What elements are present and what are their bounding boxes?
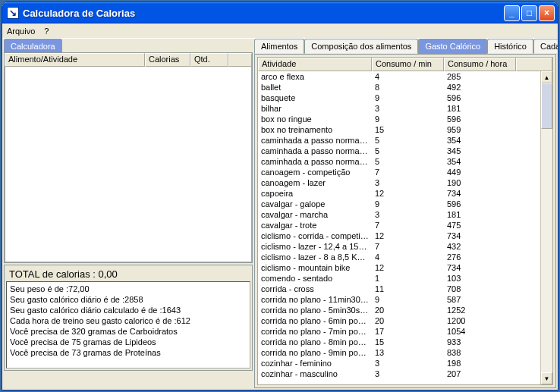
table-row[interactable]: ballet8492 xyxy=(258,82,540,93)
info-line: Seu gasto calórico diário calculado é de… xyxy=(10,305,247,315)
col-calorias[interactable]: Calorias xyxy=(145,53,190,67)
cell-consumo-hora: 475 xyxy=(444,220,516,230)
table-row[interactable]: corrida no plano - 11min30s ...9587 xyxy=(258,294,540,305)
info-box[interactable]: Seu peso é de :72,00 Seu gasto calórico … xyxy=(6,281,250,368)
table-row[interactable]: corrida - cross11708 xyxy=(258,284,540,294)
cell-atividade: basquete xyxy=(258,93,372,103)
table-row[interactable]: corrida no plano - 8min por 1...15933 xyxy=(258,337,540,347)
scroll-track[interactable] xyxy=(541,83,552,372)
cell-atividade: canoagem - lazer xyxy=(258,177,372,188)
cell-atividade: corrida no plano - 9min por 1... xyxy=(258,347,372,358)
col-pad xyxy=(516,58,552,71)
cell-atividade: caminhada a passo normal (... xyxy=(258,135,372,146)
cell-consumo-min: 7 xyxy=(372,167,444,177)
table-row[interactable]: cavalgar - marcha3181 xyxy=(258,209,540,220)
right-panel: Atividade Consumo / min Consumo / hora a… xyxy=(254,54,556,388)
col-atividade[interactable]: Atividade xyxy=(258,58,372,71)
calc-grid-body[interactable] xyxy=(5,67,252,262)
scroll-up-button[interactable]: ▲ xyxy=(541,71,552,83)
content-area: Calculadora Alimento/Atividade Calorias … xyxy=(2,39,558,390)
table-row[interactable]: caminhada a passo normal (...5354 xyxy=(258,135,540,146)
cell-atividade: ciclismo - mountain bike xyxy=(258,262,372,273)
cell-consumo-hora: 181 xyxy=(444,209,516,220)
table-row[interactable]: cavalgar - galope9596 xyxy=(258,199,540,209)
cell-consumo-min: 4 xyxy=(372,71,444,82)
table-row[interactable]: cavalgar - trote7475 xyxy=(258,220,540,230)
table-row[interactable]: ciclismo - lazer - 12,4 a 15 K...7432 xyxy=(258,241,540,252)
table-row[interactable]: bilhar3181 xyxy=(258,103,540,114)
cell-consumo-min: 8 xyxy=(372,82,444,93)
cell-consumo-min: 9 xyxy=(372,294,444,305)
table-row[interactable]: caminhada a passo normal (...5354 xyxy=(258,156,540,167)
cell-consumo-min: 5 xyxy=(372,135,444,146)
cell-consumo-min: 20 xyxy=(372,315,444,326)
table-row[interactable]: ciclismo - corrida - competição12734 xyxy=(258,230,540,241)
tab-gasto-cal-rico[interactable]: Gasto Calórico xyxy=(418,39,487,54)
cell-consumo-min: 12 xyxy=(372,262,444,273)
cell-consumo-min: 9 xyxy=(372,114,444,124)
info-line: Você precisa de 75 gramas de Lipideos xyxy=(10,337,247,347)
cell-atividade: cozinhar - masculino xyxy=(258,368,372,379)
table-row[interactable]: canoagem - lazer3190 xyxy=(258,177,540,188)
cell-consumo-min: 3 xyxy=(372,177,444,188)
table-row[interactable]: comendo - sentado1103 xyxy=(258,273,540,284)
table-row[interactable]: corrida no plano - 6min por 1...201200 xyxy=(258,315,540,326)
vertical-scrollbar[interactable]: ▲ ▼ xyxy=(540,71,552,384)
table-row[interactable]: ciclismo - mountain bike12734 xyxy=(258,262,540,273)
activity-grid: Atividade Consumo / min Consumo / hora a… xyxy=(257,57,553,385)
tab-hist-rico[interactable]: Histórico xyxy=(487,39,533,54)
cell-consumo-hora: 1252 xyxy=(444,305,516,315)
minimize-button[interactable]: _ xyxy=(504,5,520,21)
scroll-down-button[interactable]: ▼ xyxy=(541,372,552,384)
titlebar[interactable]: ↘ Calculadora de Calorias _ □ × xyxy=(2,2,558,24)
table-row[interactable]: corrida no plano - 9min por 1...13838 xyxy=(258,347,540,358)
cell-atividade: cozinhar - feminino xyxy=(258,358,372,368)
tab-cadastr[interactable]: Cadastr xyxy=(533,39,558,54)
cell-consumo-hora: 587 xyxy=(444,294,516,305)
cell-atividade: comendo - sentado xyxy=(258,273,372,284)
table-row[interactable]: corrida no plano - 7min por 1...171054 xyxy=(258,326,540,337)
calc-grid: Alimento/Atividade Calorias Qtd. xyxy=(4,52,253,263)
col-alimento[interactable]: Alimento/Atividade xyxy=(5,53,145,67)
col-consumo-min[interactable]: Consumo / min xyxy=(372,58,444,71)
table-row[interactable]: ciclismo - lazer - 8 a 8,5 Km/h4276 xyxy=(258,252,540,262)
app-window: ↘ Calculadora de Calorias _ □ × Arquivo … xyxy=(2,2,558,390)
table-row[interactable]: canoagem - competição7449 xyxy=(258,167,540,177)
table-row[interactable]: basquete9596 xyxy=(258,93,540,103)
close-button[interactable]: × xyxy=(539,5,555,21)
menubar: Arquivo ? xyxy=(2,24,558,39)
col-qtd[interactable]: Qtd. xyxy=(190,53,228,67)
tab-composi-o-dos-alimentos[interactable]: Composição dos alimentos xyxy=(304,39,418,54)
col-consumo-hora[interactable]: Consumo / hora xyxy=(444,58,516,71)
activity-rows[interactable]: arco e flexa4285ballet8492basquete9596bi… xyxy=(258,71,540,384)
table-row[interactable]: box no ringue9596 xyxy=(258,114,540,124)
table-row[interactable]: cozinhar - masculino3207 xyxy=(258,368,540,379)
cell-consumo-min: 13 xyxy=(372,347,444,358)
right-column: AlimentosComposição dos alimentosGasto C… xyxy=(254,39,556,388)
cell-consumo-hora: 959 xyxy=(444,124,516,135)
scroll-thumb[interactable] xyxy=(541,83,552,129)
cell-consumo-hora: 432 xyxy=(444,241,516,252)
table-row[interactable]: caminhada a passo normal (...5345 xyxy=(258,146,540,156)
table-row[interactable]: capoeira12734 xyxy=(258,188,540,199)
cell-atividade: corrida no plano - 7min por 1... xyxy=(258,326,372,337)
tab-alimentos[interactable]: Alimentos xyxy=(254,39,304,54)
cell-atividade: caminhada a passo normal (... xyxy=(258,146,372,156)
cell-consumo-min: 1 xyxy=(372,273,444,284)
cell-consumo-hora: 285 xyxy=(444,71,516,82)
maximize-button[interactable]: □ xyxy=(521,5,537,21)
total-label: TOTAL de calorias : 0,00 xyxy=(6,267,250,281)
table-row[interactable]: arco e flexa4285 xyxy=(258,71,540,82)
col-extra xyxy=(228,53,252,67)
cell-consumo-hora: 354 xyxy=(444,156,516,167)
menu-help[interactable]: ? xyxy=(44,27,49,36)
cell-consumo-hora: 449 xyxy=(444,167,516,177)
table-row[interactable]: box no treinamento15959 xyxy=(258,124,540,135)
table-row[interactable]: cozinhar - feminino3198 xyxy=(258,358,540,368)
table-row[interactable]: corrida no plano - 5min30s p...201252 xyxy=(258,305,540,315)
cell-atividade: box no treinamento xyxy=(258,124,372,135)
tab-calculadora[interactable]: Calculadora xyxy=(4,39,62,52)
cell-atividade: ciclismo - lazer - 12,4 a 15 K... xyxy=(258,241,372,252)
cell-consumo-min: 3 xyxy=(372,103,444,114)
menu-arquivo[interactable]: Arquivo xyxy=(7,27,35,36)
